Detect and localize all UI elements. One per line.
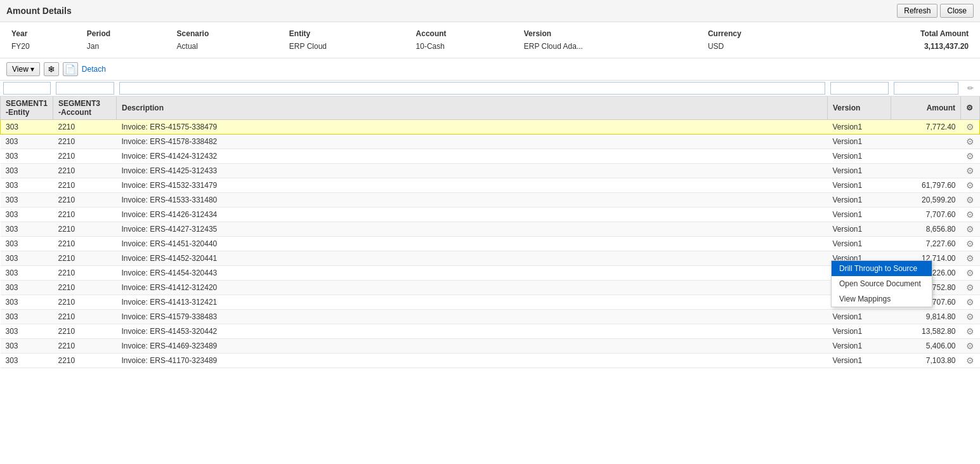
filter-description-input[interactable] [119,82,825,95]
filter-amount-input[interactable] [894,82,958,95]
row-gear-icon[interactable]: ⚙ [966,136,974,147]
summary-currency: USD [703,40,819,53]
gear-cell: ⚙ [961,339,980,354]
cell-segment1: 303 [1,251,53,266]
row-gear-icon[interactable]: ⚙ [966,341,974,351]
freeze-icon-button[interactable]: ❄ [44,62,59,76]
cell-version: Version1 [828,120,891,135]
filter-version-input[interactable] [830,82,889,95]
cell-segment3: 2210 [53,237,117,251]
cell-description: Invoice: ERS-41453-320442 [117,324,828,339]
table-row: 3032210Invoice: ERS-41469-323489Version1… [1,339,980,354]
filter-row: ✏ [1,81,980,96]
refresh-button[interactable]: Refresh [897,4,938,18]
cell-description: Invoice: ERS-41451-320440 [117,237,828,251]
summary-version: ERP Cloud Ada... [519,40,703,53]
toolbar: View ▾ ❄ 📄 Detach [0,58,980,81]
cell-description: Invoice: ERS-41427-312435 [117,222,828,237]
cell-description: Invoice: ERS-41532-331479 [117,178,828,193]
row-gear-icon[interactable]: ⚙ [966,166,974,176]
cell-version: Version1 [828,164,891,178]
context-menu-open-source[interactable]: Open Source Document [832,276,932,291]
cell-segment1: 303 [1,135,53,149]
cell-description: Invoice: ERS-41425-312433 [117,164,828,178]
cell-version: Version1 [828,324,891,339]
row-gear-icon[interactable]: ⚙ [966,297,974,307]
row-gear-icon[interactable]: ⚙ [966,151,974,161]
cell-version: Version1 [828,178,891,193]
cell-description: Invoice: ERS-41170-323489 [117,354,828,368]
cell-amount: 7,707.60 [891,208,961,222]
page-title: Amount Details [6,6,72,16]
row-gear-icon[interactable]: ⚙ [966,312,974,322]
gear-cell: ⚙ [961,266,980,281]
filter-segment1-cell [1,81,53,96]
context-menu-view-mappings[interactable]: View Mappings [832,291,932,307]
table-row: 3032210Invoice: ERS-41426-312434Version1… [1,208,980,222]
row-gear-icon[interactable]: ⚙ [966,355,974,366]
export-icon-button[interactable]: 📄 [63,62,78,76]
cell-description: Invoice: ERS-41579-338483 [117,310,828,324]
filter-segment3-input[interactable] [56,82,114,95]
cell-description: Invoice: ERS-41452-320441 [117,251,828,266]
cell-description: Invoice: ERS-41578-338482 [117,135,828,149]
row-gear-icon[interactable]: ⚙ [966,268,974,278]
cell-segment3: 2210 [53,149,117,164]
cell-segment1: 303 [1,354,53,368]
data-table-container: ✏ SEGMENT1-Entity SEGMENT3-Account Descr… [0,81,980,456]
cell-description: Invoice: ERS-41575-338479 [117,120,828,135]
cell-segment3: 2210 [53,222,117,237]
gear-cell: ⚙ [961,295,980,310]
gear-cell: ⚙ [961,120,980,135]
row-gear-icon[interactable]: ⚙ [966,224,974,234]
data-table: ✏ SEGMENT1-Entity SEGMENT3-Account Descr… [0,81,980,368]
col-header-description[interactable]: Description [117,96,828,120]
gear-cell: ⚙ [961,164,980,178]
summary-section: Year Period Scenario Entity Account Vers… [0,22,980,58]
row-gear-icon[interactable]: ⚙ [966,209,974,220]
cell-amount: 20,599.20 [891,193,961,208]
row-gear-icon[interactable]: ⚙ [966,180,974,190]
row-gear-icon[interactable]: ⚙ [966,326,974,336]
cell-version: Version1 [828,135,891,149]
dropdown-arrow-icon: ▾ [30,65,34,74]
cell-segment3: 2210 [53,178,117,193]
cell-version: Version1 [828,149,891,164]
row-gear-icon[interactable]: ⚙ [966,195,974,205]
cell-description: Invoice: ERS-41426-312434 [117,208,828,222]
gear-cell: ⚙ [961,178,980,193]
col-header-segment3[interactable]: SEGMENT3-Account [53,96,117,120]
col-header-version[interactable]: Version [828,96,891,120]
detach-link[interactable]: Detach [82,65,106,74]
freeze-icon: ❄ [48,64,55,74]
cell-amount: 7,772.40 [891,120,961,135]
cell-amount: 7,227.60 [891,237,961,251]
cell-segment3: 2210 [53,135,117,149]
table-body: 3032210Invoice: ERS-41575-338479Version1… [1,120,980,368]
cell-description: Invoice: ERS-41424-312432 [117,149,828,164]
row-gear-icon[interactable]: ⚙ [966,239,974,249]
row-gear-icon[interactable]: ⚙ [966,282,974,293]
summary-entity: ERP Cloud [284,40,411,53]
table-row: 3032210Invoice: ERS-41533-331480Version1… [1,193,980,208]
col-header-amount[interactable]: Amount [891,96,961,120]
cell-version: Version1 [828,310,891,324]
filter-segment3-cell [53,81,117,96]
cell-description: Invoice: ERS-41469-323489 [117,339,828,354]
cell-segment1: 303 [1,164,53,178]
context-menu-drill-through[interactable]: Drill Through to Source [832,261,932,276]
view-button[interactable]: View ▾ [6,62,40,76]
close-button[interactable]: Close [940,4,974,18]
cell-description: Invoice: ERS-41454-320443 [117,266,828,281]
cell-segment3: 2210 [53,208,117,222]
col-header-segment1[interactable]: SEGMENT1-Entity [1,96,53,120]
filter-segment1-input[interactable] [3,82,51,95]
cell-segment3: 2210 [53,354,117,368]
page-header: Amount Details Refresh Close [0,0,980,22]
row-gear-icon[interactable]: ⚙ [966,253,974,263]
cell-amount [891,149,961,164]
summary-year: FY20 [6,40,82,53]
row-gear-icon[interactable]: ⚙ [966,122,974,132]
settings-icon[interactable]: ⚙ [966,103,973,112]
filter-pencil-icon[interactable]: ✏ [967,84,974,93]
